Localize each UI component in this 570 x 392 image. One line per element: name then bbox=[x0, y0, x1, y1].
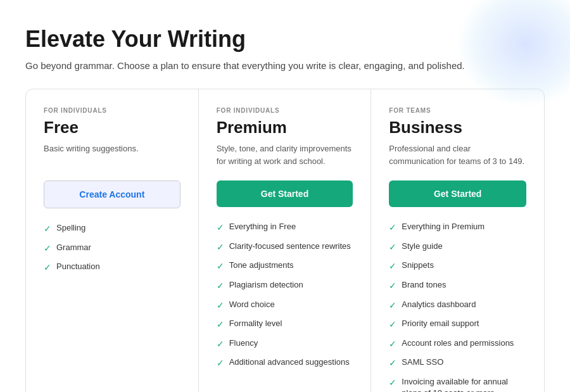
plan-description-premium: Style, tone, and clarity improvements fo… bbox=[217, 142, 353, 168]
check-icon: ✓ bbox=[389, 260, 396, 273]
list-item: ✓ Analytics dashboard bbox=[389, 299, 526, 312]
check-icon: ✓ bbox=[217, 319, 224, 331]
list-item: ✓ Grammar bbox=[44, 242, 180, 255]
plan-name-free: Free bbox=[44, 118, 180, 137]
plan-card-free: FOR INDIVIDUALS Free Basic writing sugge… bbox=[26, 89, 199, 392]
check-icon: ✓ bbox=[217, 300, 224, 312]
list-item: ✓ Everything in Free bbox=[217, 221, 353, 234]
check-icon: ✓ bbox=[389, 377, 396, 389]
create-account-button[interactable]: Create Account bbox=[44, 180, 180, 208]
list-item: ✓ Word choice bbox=[217, 299, 353, 312]
premium-get-started-button[interactable]: Get Started bbox=[217, 180, 353, 207]
plan-description-business: Professional and clear communication for… bbox=[389, 142, 526, 168]
check-icon: ✓ bbox=[389, 280, 396, 293]
business-feature-list: ✓ Everything in Premium ✓ Style guide ✓ … bbox=[389, 221, 526, 392]
list-item: ✓ Invoicing available for annual plans o… bbox=[389, 376, 526, 392]
plan-name-business: Business bbox=[389, 118, 526, 137]
list-item: ✓ Account roles and permissions bbox=[389, 338, 526, 351]
business-get-started-button[interactable]: Get Started bbox=[389, 180, 526, 207]
check-icon: ✓ bbox=[217, 280, 224, 293]
plan-card-business: FOR TEAMS Business Professional and clea… bbox=[371, 89, 544, 392]
check-icon: ✓ bbox=[389, 357, 396, 370]
premium-feature-list: ✓ Everything in Free ✓ Clarity-focused s… bbox=[217, 221, 353, 370]
check-icon: ✓ bbox=[217, 338, 224, 351]
plan-audience-premium: FOR INDIVIDUALS bbox=[217, 107, 353, 114]
check-icon: ✓ bbox=[44, 262, 51, 274]
check-icon: ✓ bbox=[217, 241, 224, 254]
check-icon: ✓ bbox=[217, 357, 224, 370]
list-item: ✓ Punctuation bbox=[44, 261, 180, 274]
plan-audience-business: FOR TEAMS bbox=[389, 107, 526, 114]
list-item: ✓ Tone adjustments bbox=[217, 260, 353, 273]
check-icon: ✓ bbox=[389, 222, 396, 234]
plan-name-premium: Premium bbox=[217, 118, 353, 137]
list-item: ✓ Snippets bbox=[389, 260, 526, 273]
list-item: ✓ Additional advanced suggestions bbox=[217, 357, 353, 370]
plan-description-free: Basic writing suggestions. bbox=[44, 142, 180, 168]
check-icon: ✓ bbox=[389, 241, 396, 254]
check-icon: ✓ bbox=[389, 300, 396, 312]
list-item: ✓ Formality level bbox=[217, 318, 353, 331]
list-item: ✓ SAML SSO bbox=[389, 357, 526, 370]
list-item: ✓ Spelling bbox=[44, 222, 180, 236]
plan-card-premium: FOR INDIVIDUALS Premium Style, tone, and… bbox=[199, 89, 372, 392]
check-icon: ✓ bbox=[217, 222, 224, 234]
list-item: ✓ Plagiarism detection bbox=[217, 279, 353, 293]
list-item: ✓ Brand tones bbox=[389, 279, 526, 293]
plans-grid: FOR INDIVIDUALS Free Basic writing sugge… bbox=[25, 89, 545, 392]
plan-audience-free: FOR INDIVIDUALS bbox=[44, 107, 180, 114]
check-icon: ✓ bbox=[217, 260, 224, 273]
page-subtitle: Go beyond grammar. Choose a plan to ensu… bbox=[25, 60, 545, 71]
page-title: Elevate Your Writing bbox=[25, 25, 545, 53]
list-item: ✓ Clarity-focused sentence rewrites bbox=[217, 241, 353, 254]
list-item: ✓ Fluency bbox=[217, 338, 353, 351]
check-icon: ✓ bbox=[389, 338, 396, 351]
list-item: ✓ Style guide bbox=[389, 241, 526, 254]
check-icon: ✓ bbox=[44, 223, 51, 236]
free-feature-list: ✓ Spelling ✓ Grammar ✓ Punctuation bbox=[44, 222, 180, 274]
list-item: ✓ Priority email support bbox=[389, 318, 526, 331]
list-item: ✓ Everything in Premium bbox=[389, 221, 526, 234]
check-icon: ✓ bbox=[44, 243, 51, 255]
check-icon: ✓ bbox=[389, 319, 396, 331]
